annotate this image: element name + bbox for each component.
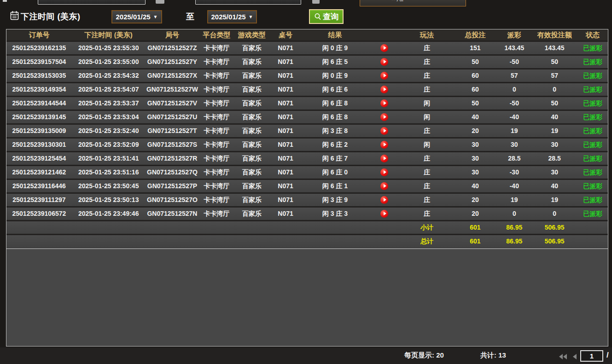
total-row: 总计 601 86.95 506.95 xyxy=(6,235,608,249)
play-icon[interactable] xyxy=(380,182,388,190)
table-row: 250125239149354 2025-01-25 23:54:07 GN07… xyxy=(6,83,608,97)
cell-platform: 卡卡湾厅 xyxy=(199,194,234,206)
cell-valid-bet: 0 xyxy=(531,83,577,96)
date-from-picker[interactable]: 2025/01/25 ▼ xyxy=(111,10,162,23)
cutoff-input-2[interactable] xyxy=(195,0,301,5)
table-row: 250125239125454 2025-01-25 23:51:41 GN07… xyxy=(6,152,608,166)
total-payout: 86.95 xyxy=(497,235,531,248)
cell-payout: 28.5 xyxy=(497,152,531,165)
cell-table-no: N071 xyxy=(269,208,302,220)
header-table-no[interactable]: 桌号 xyxy=(269,29,302,40)
cell-bet-time: 2025-01-25 23:53:37 xyxy=(72,97,146,110)
table-row: 250125239135009 2025-01-25 23:52:40 GN07… xyxy=(6,125,608,139)
cell-replay xyxy=(368,152,401,165)
cell-payout: -40 xyxy=(497,180,531,192)
cell-order-id: 250125239153035 xyxy=(6,69,72,82)
play-icon[interactable] xyxy=(380,196,388,204)
cell-order-id: 250125239106572 xyxy=(6,208,72,220)
cell-game-type: 百家乐 xyxy=(234,69,269,82)
cell-order-id: 250125239125454 xyxy=(6,152,72,165)
play-icon[interactable] xyxy=(380,99,388,107)
cell-platform: 卡卡湾厅 xyxy=(199,152,234,165)
date-to-picker[interactable]: 2025/01/25 ▼ xyxy=(207,10,257,23)
cell-replay xyxy=(368,83,401,96)
play-icon[interactable] xyxy=(380,127,388,135)
cell-valid-bet: 57 xyxy=(531,69,577,82)
total-valid-bet: 506.95 xyxy=(531,235,577,248)
play-icon[interactable] xyxy=(380,210,388,218)
play-icon[interactable] xyxy=(380,168,388,176)
cell-game-type: 百家乐 xyxy=(234,125,269,137)
play-icon[interactable] xyxy=(380,86,388,93)
table-row: 250125239116446 2025-01-25 23:50:45 GN07… xyxy=(6,180,608,194)
header-game-type[interactable]: 游戏类型 xyxy=(234,29,269,40)
play-icon[interactable] xyxy=(380,44,388,52)
cell-round-id: GN0712512527X xyxy=(146,69,199,82)
search-icon xyxy=(314,13,321,20)
cell-table-no: N071 xyxy=(269,42,302,54)
cutoff-calendar-icon-2[interactable] xyxy=(312,0,320,4)
cell-bet-side: 庄 xyxy=(401,152,454,165)
header-status[interactable]: 状态 xyxy=(577,29,608,40)
header-bet-side[interactable]: 玩法 xyxy=(401,29,454,40)
cell-bet-side: 庄 xyxy=(401,180,454,192)
cell-bet-time: 2025-01-25 23:52:09 xyxy=(72,139,146,151)
subtotal-valid-bet: 506.95 xyxy=(531,221,577,234)
date-range-to-label: 至 xyxy=(186,11,194,22)
cell-bet-side: 庄 xyxy=(401,56,454,68)
cutoff-input-1[interactable] xyxy=(38,0,146,5)
cutoff-dropdown[interactable]: -- All xyxy=(360,0,466,6)
first-page-icon[interactable] xyxy=(559,353,568,359)
total-label: 总计 xyxy=(401,235,454,248)
header-total-bet[interactable]: 总投注 xyxy=(454,29,497,40)
cell-result: 闲 6 庄 2 xyxy=(302,139,368,151)
cell-replay xyxy=(368,56,401,68)
cell-platform: 卡卡湾厅 xyxy=(199,166,234,179)
top-filter-bar: -- All 下注时间 (美东) 2025/01/25 ▼ 至 2025/01/… xyxy=(0,0,612,29)
play-icon[interactable] xyxy=(380,113,388,121)
cell-round-id: GN0712512527Q xyxy=(146,166,199,179)
header-platform[interactable]: 平台类型 xyxy=(199,29,234,40)
cell-payout: 19 xyxy=(497,125,531,137)
play-icon[interactable] xyxy=(380,141,388,149)
query-button[interactable]: 查询 xyxy=(309,9,344,24)
cell-platform: 卡卡湾厅 xyxy=(199,83,234,96)
cell-table-no: N071 xyxy=(269,166,302,179)
cell-table-no: N071 xyxy=(269,56,302,68)
cell-total-bet: 151 xyxy=(454,42,497,54)
cell-result: 闲 3 庄 3 xyxy=(302,208,368,220)
cell-status: 已派彩 xyxy=(577,42,608,54)
cutoff-icon xyxy=(3,0,7,2)
play-icon[interactable] xyxy=(380,72,388,80)
cell-replay xyxy=(368,139,401,151)
cell-replay xyxy=(368,180,401,192)
cell-payout: 0 xyxy=(497,208,531,220)
cutoff-dropdown-value: -- All xyxy=(391,0,403,3)
play-icon[interactable] xyxy=(380,58,388,66)
cell-status: 已派彩 xyxy=(577,166,608,179)
cell-replay xyxy=(368,42,401,54)
query-button-label: 查询 xyxy=(323,12,338,22)
page-number-input[interactable]: 1 xyxy=(580,350,603,362)
header-result[interactable]: 结果 xyxy=(302,29,368,40)
cell-game-type: 百家乐 xyxy=(234,56,269,68)
header-order-id[interactable]: 订单号 xyxy=(6,29,72,40)
header-bet-time[interactable]: 下注时间 (美东) xyxy=(72,29,146,40)
cell-status: 已派彩 xyxy=(577,139,608,151)
cell-payout: 143.45 xyxy=(497,42,531,54)
cell-bet-time: 2025-01-25 23:54:07 xyxy=(72,83,146,96)
cell-platform: 卡卡湾厅 xyxy=(199,125,234,137)
header-valid-bet[interactable]: 有效投注额 xyxy=(531,29,577,40)
cell-bet-time: 2025-01-25 23:50:13 xyxy=(72,194,146,206)
cell-round-id: GN0712512527U xyxy=(146,111,199,123)
cell-result: 闲 0 庄 9 xyxy=(302,42,368,54)
cell-valid-bet: 40 xyxy=(531,180,577,192)
play-icon[interactable] xyxy=(380,155,388,162)
cell-total-bet: 50 xyxy=(454,97,497,110)
cutoff-calendar-icon-1[interactable] xyxy=(156,0,164,4)
cell-round-id: GN0712512527V xyxy=(146,97,199,110)
header-payout[interactable]: 派彩 xyxy=(497,29,531,40)
prev-page-icon[interactable] xyxy=(573,353,577,359)
header-replay xyxy=(368,29,401,40)
header-round-id[interactable]: 局号 xyxy=(146,29,199,40)
